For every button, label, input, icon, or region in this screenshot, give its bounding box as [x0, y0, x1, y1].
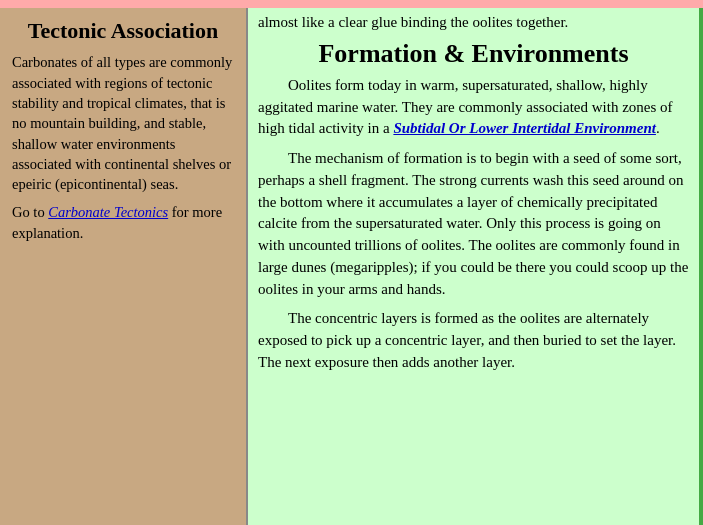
- left-body2: Go to Carbonate Tectonics for more expla…: [12, 202, 234, 243]
- carbonate-tectonics-link[interactable]: Carbonate Tectonics: [48, 204, 168, 220]
- right-para1-suffix: .: [656, 120, 660, 136]
- left-column: Tectonic Association Carbonates of all t…: [0, 8, 248, 525]
- main-content: Tectonic Association Carbonates of all t…: [0, 8, 703, 525]
- right-title: Formation & Environments: [258, 38, 689, 69]
- left-title: Tectonic Association: [12, 18, 234, 44]
- left-body2-prefix: Go to: [12, 204, 48, 220]
- subtidal-link[interactable]: Subtidal Or Lower Intertidal Environment: [393, 120, 656, 136]
- right-column: almost like a clear glue binding the ool…: [248, 8, 703, 525]
- right-para2: The mechanism of formation is to begin w…: [258, 148, 689, 300]
- left-body1: Carbonates of all types are commonly ass…: [12, 52, 234, 194]
- top-bar: [0, 0, 703, 8]
- partial-top-text: almost like a clear glue binding the ool…: [258, 12, 689, 34]
- right-para1: Oolites form today in warm, supersaturat…: [258, 75, 689, 140]
- right-para3: The concentric layers is formed as the o…: [258, 308, 689, 373]
